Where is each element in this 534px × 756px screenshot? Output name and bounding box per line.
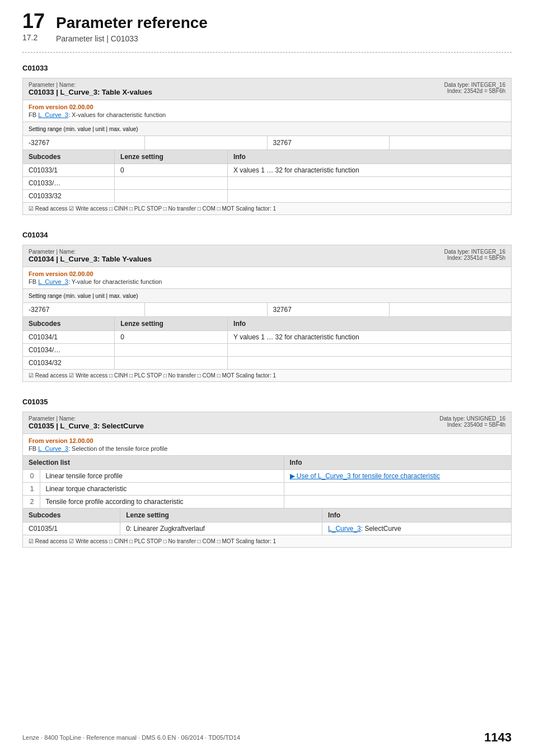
table-row: C01034/1 0 Y values 1 … 32 for character…	[23, 331, 511, 344]
selection-table-c01035: Selection list Info 0 Linear tensile for…	[23, 456, 511, 508]
range-unit	[145, 136, 267, 150]
footer-left: Lenze · 8400 TopLine · Reference manual …	[22, 734, 240, 741]
page-number-footer: 1143	[484, 730, 512, 745]
param-name-block: Parameter | Name: C01035 | L_Curve_3: Se…	[29, 416, 144, 430]
col-info: Info	[227, 150, 511, 164]
table-row: C01033/1 0 X values 1 … 32 for character…	[23, 164, 511, 177]
setting-range-label: Setting range (min. value | unit | max. …	[29, 125, 138, 132]
subcodes-table-c01035: Subcodes Lenze setting Info C01035/1 0: …	[23, 508, 511, 535]
page-footer: Lenze · 8400 TopLine · Reference manual …	[22, 730, 512, 745]
param-name-block: Parameter | Name: C01033 | L_Curve_3: Ta…	[29, 82, 152, 96]
from-version-fb: FB L_Curve_3: Selection of the tensile f…	[29, 445, 167, 452]
param-card-c01034-header: Parameter | Name: C01034 | L_Curve_3: Ta…	[23, 245, 511, 267]
param-type-block: Data type: INTEGER_16 Index: 23541d = 5B…	[444, 249, 506, 261]
from-version-fb: FB L_Curve_3: Y-value for characteristic…	[29, 278, 162, 285]
param-card-c01033: Parameter | Name: C01033 | L_Curve_3: Ta…	[22, 78, 512, 215]
section-c01033-label: C01033	[22, 64, 512, 72]
table-row: C01034/32	[23, 357, 511, 370]
page-subtitle: Parameter list | C01033	[56, 34, 138, 43]
col-subcodes: Subcodes	[23, 150, 115, 164]
list-item: 0 Linear tensile force profile ▶ Use of …	[23, 470, 511, 483]
param-type-block: Data type: UNSIGNED_16 Index: 23540d = 5…	[439, 416, 505, 428]
setting-range-row: Setting range (min. value | unit | max. …	[23, 122, 511, 136]
from-version-row: From version 02.00.00 FB L_Curve_3: Y-va…	[23, 267, 511, 289]
section-c01034-label: C01034	[22, 231, 512, 239]
info-table-c01033: Subcodes Lenze setting Info C01033/1 0 X…	[23, 150, 511, 202]
table-row: C01033/32	[23, 190, 511, 203]
param-name-block: Parameter | Name: C01034 | L_Curve_3: Ta…	[29, 249, 152, 263]
section-divider	[22, 52, 512, 53]
page-number: 17	[22, 11, 45, 31]
page-header: 17 Parameter reference	[22, 11, 512, 32]
param-footer: ☑ Read access ☑ Write access □ CINH □ PL…	[23, 535, 511, 547]
table-row: C01034/…	[23, 344, 511, 357]
param-card-c01035-header: Parameter | Name: C01035 | L_Curve_3: Se…	[23, 412, 511, 434]
from-version-row: From version 12.00.00 FB L_Curve_3: Sele…	[23, 434, 511, 456]
list-item: 2 Tensile force profile according to cha…	[23, 496, 511, 508]
range-min: -32767	[23, 136, 145, 150]
param-card-c01034: Parameter | Name: C01034 | L_Curve_3: Ta…	[22, 245, 512, 382]
range-values-row: -32767 32767	[23, 303, 511, 317]
table-row: C01033/…	[23, 177, 511, 190]
page-title: Parameter reference	[56, 14, 208, 32]
setting-range-row: Setting range (min. value | unit | max. …	[23, 289, 511, 303]
list-item: 1 Linear torque characteristic	[23, 483, 511, 496]
range-values-row: -32767 32767	[23, 136, 511, 150]
param-card-c01035: Parameter | Name: C01035 | L_Curve_3: Se…	[22, 412, 512, 548]
subtitle-number: 17.2	[22, 33, 45, 43]
param-footer: ☑ Read access ☑ Write access □ CINH □ PL…	[23, 369, 511, 381]
col-lenze: Lenze setting	[115, 150, 228, 164]
section-c01035-label: C01035	[22, 398, 512, 406]
info-table-c01034: Subcodes Lenze setting Info C01034/1 0 Y…	[23, 317, 511, 369]
param-footer: ☑ Read access ☑ Write access □ CINH □ PL…	[23, 202, 511, 214]
from-version-row: From version 02.00.00 FB L_Curve_3: X-va…	[23, 100, 511, 122]
param-card-c01033-header: Parameter | Name: C01033 | L_Curve_3: Ta…	[23, 78, 511, 100]
param-type-block: Data type: INTEGER_16 Index: 23542d = 5B…	[444, 82, 506, 94]
page-subtitle-row: 17.2 Parameter list | C01033	[22, 33, 512, 43]
table-row: C01035/1 0: Linearer Zugkraftverlauf L_C…	[23, 522, 511, 535]
from-version-fb: FB L_Curve_3: X-values for characteristi…	[29, 111, 166, 118]
range-max: 32767	[268, 136, 390, 150]
